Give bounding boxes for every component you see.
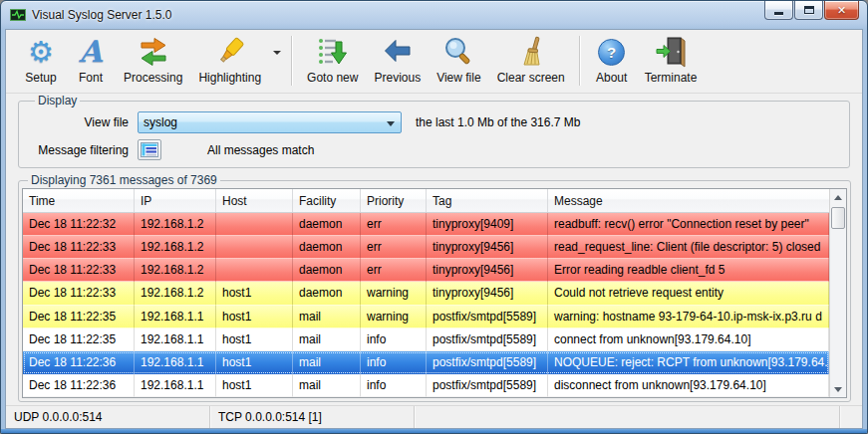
font-button[interactable]: A Font [66, 32, 116, 90]
goto-new-button[interactable]: Goto new [299, 32, 366, 90]
highlighting-dropdown-button[interactable] [269, 32, 285, 90]
cell-message: read_request_line: Client (file descript… [548, 236, 829, 259]
cell-message: Error reading readble client_fd 5 [548, 259, 829, 282]
cell-priority: info [361, 374, 427, 397]
previous-button[interactable]: Previous [366, 32, 429, 90]
view-file-combobox[interactable]: syslog [138, 111, 402, 133]
close-button[interactable]: ✕ [824, 1, 859, 20]
message-filtering-label: Message filtering [29, 143, 129, 157]
combobox-arrow-icon [387, 121, 395, 126]
column-header-priority[interactable]: Priority [361, 189, 427, 212]
view-file-combobox-value: syslog [144, 115, 177, 129]
terminate-label: Terminate [645, 71, 698, 85]
view-file-label: View file [436, 71, 480, 85]
table-row[interactable]: Dec 18 11:22:33192.168.1.2host1daemonwar… [23, 282, 829, 305]
column-header-ip[interactable]: IP [135, 189, 216, 212]
gear-icon: ⚙ [28, 36, 54, 68]
cell-time: Dec 18 11:22:33 [23, 282, 135, 305]
cell-facility: daemon [293, 282, 361, 305]
left-arrow-icon [382, 36, 414, 68]
setup-button[interactable]: ⚙ Setup [16, 32, 66, 90]
table-row[interactable]: Dec 18 11:22:32192.168.1.2daemonerrtinyp… [23, 213, 829, 236]
cell-host: host1 [216, 282, 293, 305]
column-header-time[interactable]: Time [23, 189, 135, 212]
statusbar: UDP 0.0.0.0:514 TCP 0.0.0.0:514 [1] [6, 405, 862, 428]
filter-status-text: All messages match [207, 143, 314, 157]
cell-ip: 192.168.1.1 [135, 306, 216, 328]
column-header-facility[interactable]: Facility [293, 189, 361, 212]
toolbar-separator [291, 36, 293, 86]
highlighter-icon [214, 36, 246, 68]
cell-host [216, 236, 293, 259]
cell-host [216, 213, 293, 236]
file-size-info: the last 1.0 Mb of the 316.7 Mb [416, 115, 580, 129]
minimize-button[interactable] [764, 1, 793, 20]
column-header-tag[interactable]: Tag [427, 189, 548, 212]
cell-host: host1 [216, 374, 293, 397]
cell-time: Dec 18 11:22:35 [23, 328, 135, 351]
table-row[interactable]: Dec 18 11:22:33192.168.1.2daemonerrtinyp… [23, 259, 829, 282]
clear-screen-label: Clear screen [497, 71, 565, 85]
exit-door-icon [655, 36, 687, 68]
cell-facility: mail [293, 328, 361, 351]
message-filtering-button[interactable] [138, 139, 161, 160]
cell-tag: postfix/smtpd[5589] [427, 374, 548, 397]
setup-label: Setup [25, 71, 56, 85]
column-header-message[interactable]: Message [548, 189, 829, 212]
cell-time: Dec 18 11:22:33 [23, 259, 135, 282]
swap-arrows-icon [138, 36, 169, 68]
scroll-up-button[interactable] [830, 189, 846, 205]
cell-priority: err [361, 259, 427, 282]
cell-facility: daemon [293, 259, 361, 282]
scrollbar-thumb[interactable] [831, 207, 845, 229]
font-label: Font [79, 71, 103, 85]
titlebar[interactable]: Visual Syslog Server 1.5.0 ✕ [1, 1, 867, 28]
vertical-scrollbar[interactable] [829, 189, 846, 397]
terminate-button[interactable]: Terminate [637, 32, 706, 90]
table-header: Time IP Host Facility Priority Tag Messa… [23, 189, 829, 213]
cell-tag: tinyproxy[9456] [427, 282, 548, 305]
table-row[interactable]: Dec 18 11:22:35192.168.1.1host1mailwarni… [23, 306, 829, 328]
cell-priority: err [361, 213, 427, 236]
about-button[interactable]: ? About [587, 32, 637, 90]
messages-groupbox: Displaying 7361 messages of 7369 Time IP… [18, 173, 851, 402]
cell-message: warning: hostname 93-179-64-10.ip-msk-ix… [548, 306, 829, 328]
cell-priority: warning [361, 282, 427, 305]
scroll-down-button[interactable] [830, 381, 846, 397]
view-file-button[interactable]: View file [429, 32, 488, 90]
cell-ip: 192.168.1.1 [135, 328, 216, 351]
highlighting-button[interactable]: Highlighting [190, 32, 269, 90]
statusbar-filler-panel [415, 406, 840, 428]
processing-button[interactable]: Processing [116, 32, 190, 90]
cell-facility: mail [293, 374, 361, 397]
statusbar-end-panel [840, 406, 862, 428]
cell-time: Dec 18 11:22:36 [23, 374, 135, 397]
app-window: Visual Syslog Server 1.5.0 ✕ ⚙ Setup A F… [0, 0, 868, 434]
filter-grid-icon [141, 142, 158, 157]
cell-message: NOQUEUE: reject: RCPT from unknown[93.17… [548, 351, 829, 374]
cell-time: Dec 18 11:22:33 [23, 236, 135, 259]
cell-tag: tinyproxy[9456] [427, 236, 548, 259]
cell-ip: 192.168.1.1 [135, 351, 216, 374]
cell-host [216, 259, 293, 282]
app-icon [10, 7, 26, 23]
cell-ip: 192.168.1.2 [135, 213, 216, 236]
goto-new-label: Goto new [307, 71, 358, 85]
cell-host: host1 [216, 351, 293, 374]
table-row[interactable]: Dec 18 11:22:36192.168.1.1host1mailinfop… [23, 374, 829, 397]
table-row[interactable]: Dec 18 11:22:36192.168.1.1host1mailinfop… [23, 351, 829, 374]
table-row[interactable]: Dec 18 11:22:35192.168.1.1host1mailinfop… [23, 328, 829, 351]
cell-tag: postfix/smtpd[5589] [427, 328, 548, 351]
column-header-host[interactable]: Host [216, 189, 293, 212]
message-table: Time IP Host Facility Priority Tag Messa… [22, 188, 847, 398]
cell-tag: tinyproxy[9456] [427, 259, 548, 282]
cell-tag: postfix/smtpd[5589] [427, 351, 548, 374]
maximize-button[interactable] [794, 1, 823, 20]
cell-ip: 192.168.1.2 [135, 236, 216, 259]
cell-priority: warning [361, 306, 427, 328]
messages-legend: Displaying 7361 messages of 7369 [28, 173, 220, 187]
clear-screen-button[interactable]: Clear screen [489, 32, 573, 90]
cell-host: host1 [216, 328, 293, 351]
table-row[interactable]: Dec 18 11:22:33192.168.1.2daemonerrtinyp… [23, 236, 829, 259]
maximize-icon [804, 6, 814, 14]
